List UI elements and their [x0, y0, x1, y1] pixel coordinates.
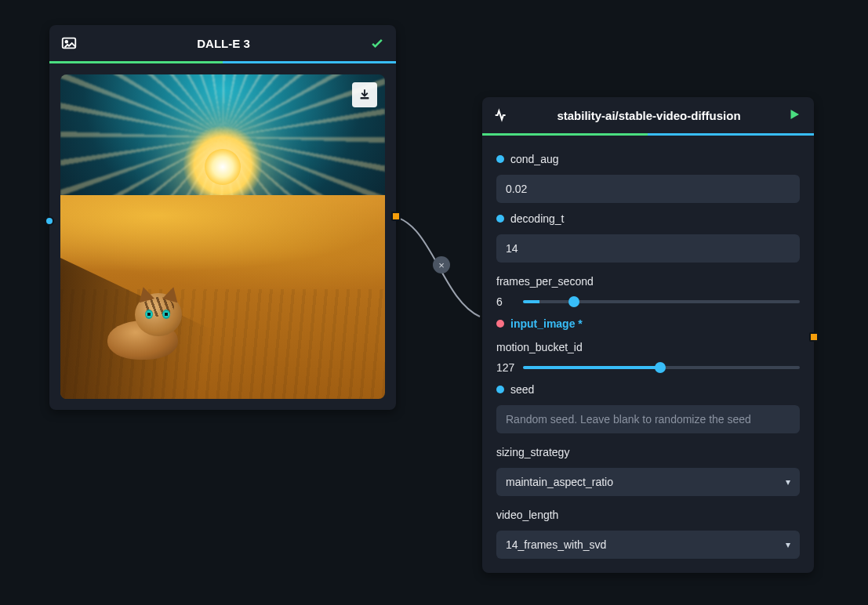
motion-bucket-slider[interactable]: [523, 366, 800, 369]
node-header[interactable]: DALL-E 3: [49, 25, 396, 63]
input-port[interactable]: [45, 216, 54, 226]
svg-point-1: [65, 41, 67, 43]
svg-rect-2: [361, 97, 369, 99]
param-label: cond_aug: [510, 153, 559, 165]
port-dot-icon[interactable]: [496, 320, 504, 328]
download-icon: [358, 88, 372, 102]
param-fps: frames_per_second: [496, 275, 800, 288]
param-cond-aug: cond_aug: [496, 153, 800, 165]
edge-delete-button[interactable]: ×: [433, 256, 450, 274]
node-dalle[interactable]: DALL-E 3: [49, 25, 396, 410]
video-length-select[interactable]: 14_frames_with_svd: [496, 531, 800, 559]
param-video-length: video_length: [496, 509, 800, 521]
param-decoding-t: decoding_t: [496, 212, 800, 225]
param-label: seed: [510, 383, 534, 396]
node-header[interactable]: stability-ai/stable-video-diffusion: [482, 97, 814, 136]
param-label: input_image *: [510, 317, 583, 330]
param-label: frames_per_second: [496, 275, 594, 288]
decoding-t-input[interactable]: [496, 234, 800, 263]
port-dot-icon[interactable]: [496, 155, 504, 163]
output-port[interactable]: [391, 212, 401, 221]
seed-input[interactable]: [496, 405, 800, 433]
sizing-strategy-select[interactable]: maintain_aspect_ratio: [496, 468, 800, 496]
node-title: DALL-E 3: [78, 37, 369, 50]
image-icon: [60, 34, 78, 52]
param-sizing-strategy: sizing_strategy: [496, 446, 800, 458]
param-motion-bucket: motion_bucket_id: [496, 341, 800, 353]
checkmark-icon: [369, 35, 385, 51]
pulse-icon: [493, 107, 510, 124]
param-label: sizing_strategy: [496, 446, 569, 458]
param-label: video_length: [496, 509, 558, 521]
play-icon[interactable]: [787, 107, 803, 123]
port-dot-icon[interactable]: [496, 215, 504, 223]
download-image-button[interactable]: [352, 82, 377, 107]
node-body: [49, 63, 396, 410]
param-input-image: input_image *: [496, 317, 800, 330]
node-body: cond_aug decoding_t frames_per_second 6 …: [482, 136, 814, 573]
cond-aug-input[interactable]: [496, 175, 800, 203]
node-title: stability-ai/stable-video-diffusion: [510, 109, 787, 122]
param-label: decoding_t: [510, 212, 565, 225]
port-dot-icon[interactable]: [496, 386, 504, 393]
fps-slider[interactable]: [523, 300, 800, 303]
close-icon: ×: [438, 259, 445, 271]
output-port[interactable]: [809, 332, 819, 342]
node-svd[interactable]: stability-ai/stable-video-diffusion cond…: [482, 97, 814, 573]
param-label: motion_bucket_id: [496, 341, 583, 353]
fps-value: 6: [496, 295, 515, 308]
generated-image-preview[interactable]: [60, 74, 385, 399]
param-seed: seed: [496, 383, 800, 396]
motion-bucket-value: 127: [496, 361, 515, 374]
